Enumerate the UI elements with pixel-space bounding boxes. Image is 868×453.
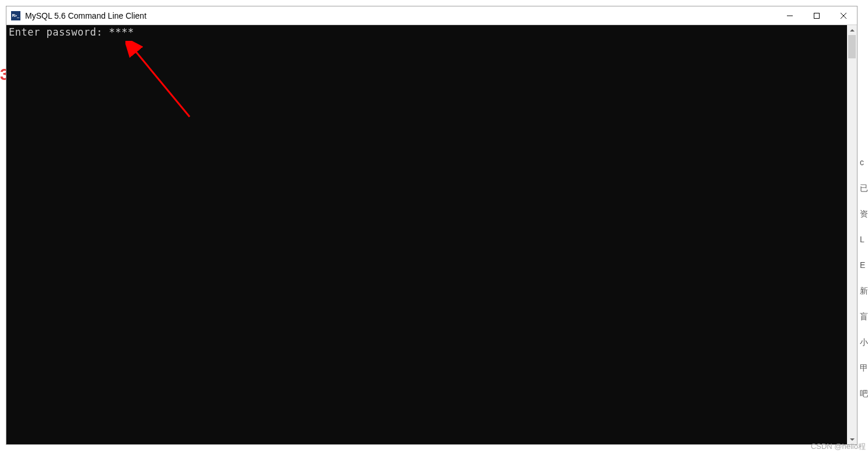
bg-sidebar-char: 甲 [860,363,868,377]
console-line: Enter password: **** [9,26,845,38]
password-input-masked[interactable]: **** [109,26,134,38]
window-controls [776,6,857,25]
watermark: CSDN @hello程 [811,441,866,452]
app-icon-text: M>_ [12,13,20,18]
chevron-up-icon [850,29,855,32]
bg-sidebar-char: 小 [860,337,868,351]
svg-rect-1 [814,13,820,18]
bg-sidebar-char: 新 [860,286,868,300]
bg-sidebar-char: 吧 [860,389,868,403]
close-icon [841,13,846,19]
bg-sidebar-char: 已 [860,183,868,197]
bg-sidebar-char: E [860,260,868,274]
maximize-button[interactable] [803,6,830,25]
close-button[interactable] [830,6,857,25]
bg-sidebar-char: 资 [860,209,868,223]
console-body[interactable]: Enter password: **** [6,25,857,444]
minimize-icon [787,13,793,19]
maximize-icon [814,13,820,19]
bg-sidebar-fragments: c 已 资 L E 新 盲 小 甲 吧 [860,158,868,403]
scrollbar-up-button[interactable] [847,25,857,35]
console-window: M>_ MySQL 5.6 Command Line Client [6,6,858,445]
password-prompt: Enter password: [9,26,109,38]
bg-sidebar-char: 盲 [860,312,868,326]
vertical-scrollbar[interactable] [847,25,857,444]
window-title: MySQL 5.6 Command Line Client [25,11,776,20]
titlebar[interactable]: M>_ MySQL 5.6 Command Line Client [6,6,857,25]
chevron-down-icon [850,438,855,441]
scrollbar-thumb[interactable] [848,35,856,58]
bg-sidebar-char: c [860,158,868,172]
app-icon: M>_ [11,11,20,20]
console-content[interactable]: Enter password: **** [6,25,847,444]
minimize-button[interactable] [776,6,803,25]
bg-sidebar-char: L [860,235,868,249]
